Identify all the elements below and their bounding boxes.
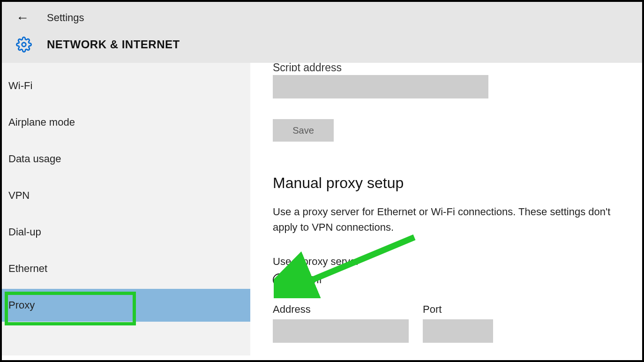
sidebar-item-vpn[interactable]: VPN — [2, 179, 250, 212]
use-proxy-toggle[interactable] — [273, 273, 301, 287]
toggle-knob — [276, 276, 284, 284]
sidebar-item-airplane-mode[interactable]: Airplane mode — [2, 106, 250, 139]
title-bar: ← Settings — [2, 2, 642, 30]
script-address-label: Script address — [273, 63, 342, 71]
manual-proxy-title: Manual proxy setup — [273, 174, 642, 192]
app-title: Settings — [47, 12, 84, 24]
sidebar-item-wifi[interactable]: Wi-Fi — [2, 69, 250, 102]
address-input[interactable] — [273, 319, 409, 343]
manual-proxy-description: Use a proxy server for Ethernet or Wi-Fi… — [273, 204, 620, 235]
category-header: NETWORK & INTERNET — [2, 30, 642, 63]
address-label: Address — [273, 303, 409, 316]
svg-point-0 — [22, 43, 26, 47]
script-address-input[interactable] — [273, 75, 488, 98]
back-button[interactable]: ← — [16, 10, 29, 25]
gear-icon — [16, 37, 32, 53]
sidebar-item-dial-up[interactable]: Dial-up — [2, 216, 250, 249]
main-content: Script address Save Manual proxy setup U… — [250, 63, 642, 355]
category-title: NETWORK & INTERNET — [47, 38, 180, 51]
sidebar-item-data-usage[interactable]: Data usage — [2, 143, 250, 175]
toggle-state-label: Off — [308, 274, 322, 286]
sidebar-item-proxy[interactable]: Proxy — [2, 289, 250, 322]
sidebar-item-label: Proxy — [8, 299, 35, 311]
use-proxy-label: Use a proxy server — [273, 256, 642, 268]
port-input[interactable] — [423, 319, 493, 343]
sidebar: Wi-Fi Airplane mode Data usage VPN Dial-… — [2, 63, 250, 355]
port-label: Port — [423, 303, 493, 316]
sidebar-item-ethernet[interactable]: Ethernet — [2, 252, 250, 285]
save-button[interactable]: Save — [273, 119, 334, 142]
